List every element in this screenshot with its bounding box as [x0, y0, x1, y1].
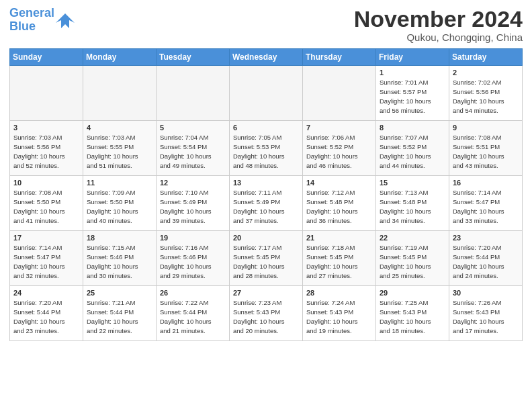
day-number: 22 — [380, 234, 445, 242]
day-cell-19: 19Sunrise: 7:16 AM Sunset: 5:46 PM Dayli… — [157, 231, 230, 286]
day-cell-29: 29Sunrise: 7:25 AM Sunset: 5:43 PM Dayli… — [376, 286, 449, 341]
day-info: Sunrise: 7:14 AM Sunset: 5:47 PM Dayligh… — [453, 188, 519, 225]
day-cell-9: 9Sunrise: 7:08 AM Sunset: 5:51 PM Daylig… — [449, 121, 523, 176]
day-cell-8: 8Sunrise: 7:07 AM Sunset: 5:52 PM Daylig… — [376, 121, 449, 176]
day-number: 13 — [233, 179, 299, 187]
header: General Blue November 2024 Qukou, Chongq… — [9, 7, 523, 43]
day-number: 30 — [453, 289, 519, 297]
day-info: Sunrise: 7:26 AM Sunset: 5:43 PM Dayligh… — [453, 298, 519, 335]
day-info: Sunrise: 7:08 AM Sunset: 5:50 PM Dayligh… — [13, 188, 79, 225]
day-info: Sunrise: 7:01 AM Sunset: 5:57 PM Dayligh… — [380, 78, 445, 115]
day-number: 29 — [380, 289, 445, 297]
title-block: November 2024 Qukou, Chongqing, China — [354, 7, 523, 43]
day-info: Sunrise: 7:12 AM Sunset: 5:48 PM Dayligh… — [306, 188, 372, 225]
day-cell-16: 16Sunrise: 7:14 AM Sunset: 5:47 PM Dayli… — [449, 176, 523, 231]
weekday-header-friday: Friday — [376, 49, 449, 66]
day-info: Sunrise: 7:11 AM Sunset: 5:49 PM Dayligh… — [233, 188, 299, 225]
week-row-5: 24Sunrise: 7:20 AM Sunset: 5:44 PM Dayli… — [10, 286, 523, 341]
empty-cell — [83, 66, 157, 121]
day-cell-15: 15Sunrise: 7:13 AM Sunset: 5:48 PM Dayli… — [376, 176, 449, 231]
day-number: 20 — [233, 234, 299, 242]
day-info: Sunrise: 7:09 AM Sunset: 5:50 PM Dayligh… — [87, 188, 152, 225]
day-cell-6: 6Sunrise: 7:05 AM Sunset: 5:53 PM Daylig… — [230, 121, 303, 176]
day-cell-27: 27Sunrise: 7:23 AM Sunset: 5:43 PM Dayli… — [230, 286, 303, 341]
day-number: 9 — [453, 124, 519, 132]
day-number: 21 — [306, 234, 372, 242]
empty-cell — [157, 66, 230, 121]
week-row-3: 10Sunrise: 7:08 AM Sunset: 5:50 PM Dayli… — [10, 176, 523, 231]
day-cell-28: 28Sunrise: 7:24 AM Sunset: 5:43 PM Dayli… — [303, 286, 376, 341]
empty-cell — [230, 66, 303, 121]
day-info: Sunrise: 7:03 AM Sunset: 5:55 PM Dayligh… — [87, 133, 152, 170]
day-number: 18 — [87, 234, 152, 242]
calendar-table: SundayMondayTuesdayWednesdayThursdayFrid… — [9, 48, 523, 341]
day-cell-5: 5Sunrise: 7:04 AM Sunset: 5:54 PM Daylig… — [157, 121, 230, 176]
day-cell-21: 21Sunrise: 7:18 AM Sunset: 5:45 PM Dayli… — [303, 231, 376, 286]
day-number: 2 — [453, 68, 519, 77]
day-number: 8 — [380, 124, 445, 132]
day-cell-17: 17Sunrise: 7:14 AM Sunset: 5:47 PM Dayli… — [10, 231, 83, 286]
day-number: 3 — [13, 124, 79, 132]
day-number: 28 — [306, 289, 372, 297]
day-cell-11: 11Sunrise: 7:09 AM Sunset: 5:50 PM Dayli… — [83, 176, 157, 231]
day-info: Sunrise: 7:18 AM Sunset: 5:45 PM Dayligh… — [306, 243, 372, 280]
day-info: Sunrise: 7:06 AM Sunset: 5:52 PM Dayligh… — [306, 133, 372, 170]
day-info: Sunrise: 7:13 AM Sunset: 5:48 PM Dayligh… — [380, 188, 445, 225]
day-number: 5 — [160, 124, 226, 132]
day-info: Sunrise: 7:04 AM Sunset: 5:54 PM Dayligh… — [160, 133, 226, 170]
day-number: 19 — [160, 234, 226, 242]
day-number: 16 — [453, 179, 519, 187]
day-info: Sunrise: 7:02 AM Sunset: 5:56 PM Dayligh… — [453, 78, 519, 115]
day-info: Sunrise: 7:20 AM Sunset: 5:44 PM Dayligh… — [13, 298, 79, 335]
day-cell-30: 30Sunrise: 7:26 AM Sunset: 5:43 PM Dayli… — [449, 286, 523, 341]
day-number: 25 — [87, 289, 152, 297]
logo: General Blue — [9, 7, 75, 34]
svg-marker-0 — [56, 13, 75, 28]
day-cell-1: 1Sunrise: 7:01 AM Sunset: 5:57 PM Daylig… — [376, 66, 449, 121]
day-cell-20: 20Sunrise: 7:17 AM Sunset: 5:45 PM Dayli… — [230, 231, 303, 286]
day-cell-22: 22Sunrise: 7:19 AM Sunset: 5:45 PM Dayli… — [376, 231, 449, 286]
day-cell-23: 23Sunrise: 7:20 AM Sunset: 5:44 PM Dayli… — [449, 231, 523, 286]
day-info: Sunrise: 7:14 AM Sunset: 5:47 PM Dayligh… — [13, 243, 79, 280]
empty-cell — [10, 66, 83, 121]
day-cell-25: 25Sunrise: 7:21 AM Sunset: 5:44 PM Dayli… — [83, 286, 157, 341]
day-info: Sunrise: 7:16 AM Sunset: 5:46 PM Dayligh… — [160, 243, 226, 280]
day-cell-3: 3Sunrise: 7:03 AM Sunset: 5:56 PM Daylig… — [10, 121, 83, 176]
day-cell-10: 10Sunrise: 7:08 AM Sunset: 5:50 PM Dayli… — [10, 176, 83, 231]
day-number: 6 — [233, 124, 299, 132]
day-info: Sunrise: 7:03 AM Sunset: 5:56 PM Dayligh… — [13, 133, 79, 170]
day-cell-26: 26Sunrise: 7:22 AM Sunset: 5:44 PM Dayli… — [157, 286, 230, 341]
week-row-4: 17Sunrise: 7:14 AM Sunset: 5:47 PM Dayli… — [10, 231, 523, 286]
day-number: 14 — [306, 179, 372, 187]
day-info: Sunrise: 7:10 AM Sunset: 5:49 PM Dayligh… — [160, 188, 226, 225]
day-info: Sunrise: 7:08 AM Sunset: 5:51 PM Dayligh… — [453, 133, 519, 170]
day-cell-13: 13Sunrise: 7:11 AM Sunset: 5:49 PM Dayli… — [230, 176, 303, 231]
day-number: 26 — [160, 289, 226, 297]
day-info: Sunrise: 7:15 AM Sunset: 5:46 PM Dayligh… — [87, 243, 152, 280]
day-info: Sunrise: 7:17 AM Sunset: 5:45 PM Dayligh… — [233, 243, 299, 280]
day-info: Sunrise: 7:25 AM Sunset: 5:43 PM Dayligh… — [380, 298, 445, 335]
weekday-header-thursday: Thursday — [303, 49, 376, 66]
location: Qukou, Chongqing, China — [354, 32, 523, 43]
day-number: 10 — [13, 179, 79, 187]
day-number: 23 — [453, 234, 519, 242]
week-row-1: 1Sunrise: 7:01 AM Sunset: 5:57 PM Daylig… — [10, 66, 523, 121]
page: General Blue November 2024 Qukou, Chongq… — [0, 0, 532, 411]
day-number: 24 — [13, 289, 79, 297]
day-info: Sunrise: 7:22 AM Sunset: 5:44 PM Dayligh… — [160, 298, 226, 335]
day-number: 27 — [233, 289, 299, 297]
day-cell-12: 12Sunrise: 7:10 AM Sunset: 5:49 PM Dayli… — [157, 176, 230, 231]
day-info: Sunrise: 7:21 AM Sunset: 5:44 PM Dayligh… — [87, 298, 152, 335]
day-info: Sunrise: 7:19 AM Sunset: 5:45 PM Dayligh… — [380, 243, 445, 280]
day-cell-14: 14Sunrise: 7:12 AM Sunset: 5:48 PM Dayli… — [303, 176, 376, 231]
day-cell-4: 4Sunrise: 7:03 AM Sunset: 5:55 PM Daylig… — [83, 121, 157, 176]
day-number: 15 — [380, 179, 445, 187]
day-info: Sunrise: 7:07 AM Sunset: 5:52 PM Dayligh… — [380, 133, 445, 170]
day-info: Sunrise: 7:23 AM Sunset: 5:43 PM Dayligh… — [233, 298, 299, 335]
day-number: 4 — [87, 124, 152, 132]
day-number: 7 — [306, 124, 372, 132]
day-number: 11 — [87, 179, 152, 187]
weekday-header-tuesday: Tuesday — [157, 49, 230, 66]
day-info: Sunrise: 7:05 AM Sunset: 5:53 PM Dayligh… — [233, 133, 299, 170]
day-cell-18: 18Sunrise: 7:15 AM Sunset: 5:46 PM Dayli… — [83, 231, 157, 286]
